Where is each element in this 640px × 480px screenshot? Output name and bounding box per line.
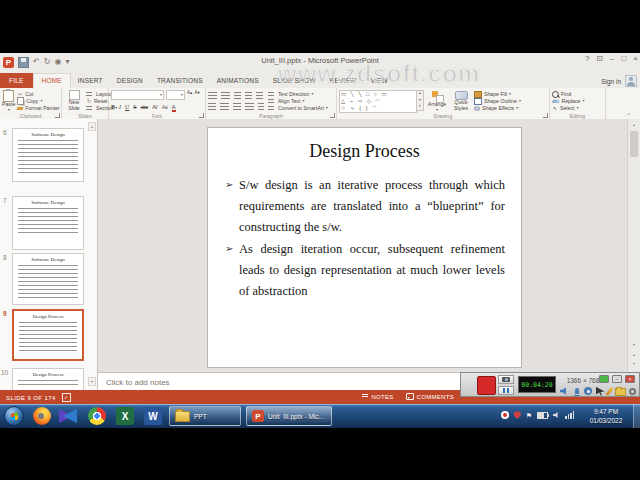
- pause-button[interactable]: [498, 386, 514, 395]
- collapse-ribbon-icon[interactable]: ^: [627, 112, 630, 118]
- line-spacing-button[interactable]: [256, 92, 263, 99]
- tray-recorder-icon[interactable]: [501, 411, 509, 419]
- increase-indent-button[interactable]: [245, 92, 252, 99]
- screenshot-button[interactable]: [498, 375, 514, 384]
- find-button[interactable]: Find: [552, 91, 584, 97]
- tray-battery-icon[interactable]: [537, 412, 548, 419]
- speaker-icon[interactable]: [560, 387, 569, 396]
- ribbon-display-icon[interactable]: ⊡: [596, 55, 603, 63]
- dialog-launcher-icon[interactable]: [330, 113, 335, 118]
- tab-animations[interactable]: ANIMATIONS: [210, 73, 266, 88]
- tab-insert[interactable]: INSERT: [71, 73, 110, 88]
- next-slide-button[interactable]: ▼: [630, 360, 638, 368]
- columns-button[interactable]: [258, 103, 265, 110]
- shape-fill-button[interactable]: Shape Fill ▾: [474, 91, 521, 97]
- dialog-launcher-icon[interactable]: [543, 113, 548, 118]
- recorder-maximize-icon[interactable]: [599, 375, 609, 383]
- scrollbar-thumb[interactable]: [630, 131, 638, 157]
- media-player-icon[interactable]: [59, 407, 77, 425]
- align-right-button[interactable]: [233, 103, 241, 110]
- chrome-icon[interactable]: [88, 407, 106, 425]
- text-direction-button[interactable]: Text Direction ▾: [268, 91, 328, 97]
- align-left-button[interactable]: [208, 103, 216, 110]
- firefox-icon[interactable]: [33, 407, 51, 425]
- shrink-font-button[interactable]: A▾: [194, 90, 199, 100]
- bullets-button[interactable]: [208, 92, 217, 99]
- tab-review[interactable]: REVIEW: [323, 73, 364, 88]
- text-shadow-button[interactable]: S: [133, 104, 136, 110]
- arrange-button[interactable]: Arrange ▾: [426, 89, 448, 112]
- settings-gear-icon[interactable]: [629, 388, 636, 395]
- slide-thumbnail-10[interactable]: Design Process: [12, 368, 84, 390]
- replace-button[interactable]: abc Replace ▾: [552, 98, 584, 104]
- font-name-combobox[interactable]: ▾: [111, 90, 164, 100]
- font-color-button[interactable]: A: [172, 104, 176, 112]
- maximize-icon[interactable]: □: [621, 55, 626, 63]
- previous-slide-button[interactable]: ▲: [630, 351, 638, 359]
- comments-toggle-button[interactable]: COMMENTS: [406, 393, 454, 400]
- tray-action-center-icon[interactable]: ⚑: [526, 412, 532, 419]
- slide-thumbnail-9-selected[interactable]: Design Process: [12, 309, 84, 361]
- tab-file[interactable]: FILE: [0, 73, 33, 88]
- taskbar-powerpoint-button[interactable]: P Unit_III.pptx - Mic...: [246, 406, 332, 426]
- help-icon[interactable]: ?: [585, 55, 589, 63]
- shapes-gallery[interactable]: ▭ ╲ ╲ □ ○ ▭ △ ⌣ ⇨ ◇ ◠ ☆ ∿ { } ⌒: [339, 90, 417, 113]
- underline-button[interactable]: U: [125, 104, 129, 110]
- webcam-icon[interactable]: [584, 387, 592, 395]
- tab-design[interactable]: DESIGN: [110, 73, 150, 88]
- font-size-combobox[interactable]: ▾: [166, 90, 185, 100]
- tray-network-icon[interactable]: [565, 411, 574, 419]
- format-painter-button[interactable]: Format Painter: [17, 105, 59, 111]
- spell-check-icon[interactable]: ✓: [62, 393, 71, 402]
- justify-button[interactable]: [245, 103, 253, 110]
- slide-thumbnail-7[interactable]: Software Design: [12, 196, 84, 250]
- slide-thumbnail-8[interactable]: Software Design: [12, 253, 84, 305]
- italic-button[interactable]: I: [119, 104, 121, 110]
- pen-icon[interactable]: [605, 387, 613, 396]
- copy-button[interactable]: Copy ▾: [17, 98, 59, 104]
- grow-font-button[interactable]: A▴: [187, 90, 192, 100]
- shapes-gallery-scroll[interactable]: ▲ ▼ ▾: [417, 90, 424, 111]
- word-icon[interactable]: W: [144, 407, 162, 425]
- tab-transitions[interactable]: TRANSITIONS: [150, 73, 210, 88]
- align-text-button[interactable]: Align Text ▾: [268, 98, 328, 104]
- slide-thumbnail-6[interactable]: Software Design: [12, 128, 84, 182]
- shape-outline-button[interactable]: Shape Outline ▾: [474, 98, 521, 104]
- scroll-down-button[interactable]: ▼: [88, 377, 96, 386]
- close-icon[interactable]: ×: [633, 55, 638, 63]
- bold-button[interactable]: B: [111, 104, 115, 110]
- thumbnail-scrollbar[interactable]: ▲ ▼: [88, 122, 96, 386]
- slide-body[interactable]: ➢ S/w design is an iterative process thr…: [225, 175, 505, 302]
- tab-slide-show[interactable]: SLIDE SHOW: [266, 73, 323, 88]
- convert-to-smartart-button[interactable]: Convert to SmartArt ▾: [268, 105, 328, 111]
- tray-volume-icon[interactable]: [553, 412, 560, 419]
- slide-canvas[interactable]: Design Process ➢ S/w design is an iterat…: [207, 127, 522, 368]
- show-desktop-button[interactable]: [633, 404, 640, 428]
- decrease-indent-button[interactable]: [234, 92, 241, 99]
- select-button[interactable]: ↖ Select ▾: [552, 105, 584, 111]
- sign-in[interactable]: Sign in: [601, 75, 637, 87]
- dialog-launcher-icon[interactable]: [199, 113, 204, 118]
- scroll-up-button[interactable]: ▲: [630, 121, 638, 129]
- strikethrough-button[interactable]: abc: [141, 105, 148, 110]
- dialog-launcher-icon[interactable]: [55, 113, 60, 118]
- scroll-down-button[interactable]: ▼: [630, 341, 638, 349]
- center-button[interactable]: [220, 103, 228, 110]
- notes-toggle-button[interactable]: NOTES: [362, 394, 393, 400]
- slide-title[interactable]: Design Process: [208, 141, 521, 162]
- new-slide-button[interactable]: New Slide: [64, 89, 84, 112]
- minimize-icon[interactable]: –: [610, 55, 614, 63]
- recorder-close-icon[interactable]: ×: [625, 375, 635, 383]
- numbering-button[interactable]: [221, 92, 230, 99]
- microphone-icon[interactable]: [575, 388, 579, 394]
- tray-security-icon[interactable]: [514, 411, 521, 419]
- character-spacing-button[interactable]: AV: [152, 105, 158, 110]
- tab-home[interactable]: HOME: [33, 73, 71, 88]
- record-stop-button[interactable]: [477, 376, 496, 395]
- recorder-minimize-icon[interactable]: –: [612, 375, 622, 383]
- change-case-button[interactable]: Aa: [162, 105, 168, 110]
- tab-view[interactable]: VIEW: [363, 73, 394, 88]
- slide-scrollbar[interactable]: ▲ ▼ ▲ ▼: [627, 119, 640, 390]
- shape-effects-button[interactable]: Shape Effects ▾: [474, 105, 521, 111]
- taskbar-clock[interactable]: 9:47 PM 01/03/2022: [580, 407, 632, 426]
